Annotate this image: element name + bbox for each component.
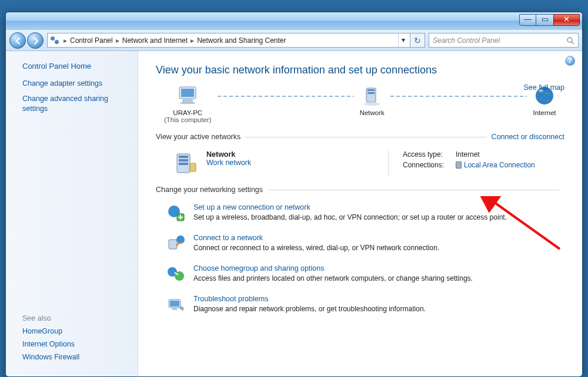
network-name: Network bbox=[206, 150, 251, 159]
connect-network-icon bbox=[166, 234, 185, 253]
chevron-right-icon: ▸ bbox=[114, 36, 121, 45]
refresh-icon: ↻ bbox=[414, 36, 421, 45]
close-button[interactable]: ✕ bbox=[553, 14, 580, 26]
setting-desc: Set up a wireless, broadband, dial-up, a… bbox=[193, 213, 507, 221]
connection-link[interactable]: Local Area Connection bbox=[464, 161, 535, 169]
setting-desc: Connect or reconnect to a wireless, wire… bbox=[193, 244, 439, 252]
back-button[interactable] bbox=[9, 32, 26, 49]
minimize-button[interactable]: — bbox=[519, 14, 536, 26]
title-bar: — ▭ ✕ bbox=[6, 12, 582, 30]
svg-rect-8 bbox=[368, 92, 375, 94]
network-category-icon bbox=[172, 150, 198, 176]
settings-list: Set up a new connection or network Set u… bbox=[156, 197, 564, 319]
setting-title: Set up a new connection or network bbox=[193, 203, 507, 211]
svg-rect-26 bbox=[172, 308, 177, 310]
setting-desc: Diagnose and repair network problems, or… bbox=[193, 305, 426, 313]
nav-arrows bbox=[9, 32, 44, 49]
svg-rect-20 bbox=[169, 240, 177, 249]
nav-bar: ▸ Control Panel ▸ Network and Internet ▸… bbox=[6, 30, 582, 51]
search-placeholder: Search Control Panel bbox=[433, 36, 500, 45]
address-dropdown[interactable]: ▾ bbox=[398, 33, 407, 47]
map-connector bbox=[218, 96, 354, 97]
svg-line-1 bbox=[572, 42, 574, 44]
maximize-button[interactable]: ▭ bbox=[536, 14, 553, 26]
address-bar[interactable]: ▸ Control Panel ▸ Network and Internet ▸… bbox=[47, 33, 410, 48]
active-networks-header: View your active networks Connect or dis… bbox=[156, 133, 564, 141]
setting-desc: Access files and printers located on oth… bbox=[193, 274, 473, 282]
search-input[interactable]: Search Control Panel bbox=[429, 33, 579, 48]
breadcrumb-item[interactable]: Control Panel bbox=[69, 36, 114, 45]
see-full-map-link[interactable]: See full map bbox=[524, 83, 564, 92]
map-connector bbox=[390, 96, 527, 97]
window-body: Control Panel Home Change adapter settin… bbox=[6, 51, 582, 376]
svg-rect-7 bbox=[368, 89, 375, 91]
network-map: See full map URAY-PC (This computer) bbox=[156, 85, 564, 123]
new-connection-icon bbox=[166, 203, 185, 222]
svg-rect-5 bbox=[181, 102, 195, 104]
svg-rect-15 bbox=[179, 163, 188, 165]
active-network-block: Network Work network Access type: Intern… bbox=[156, 141, 564, 182]
help-icon[interactable]: ? bbox=[565, 56, 575, 66]
sidebar-task-adapter-settings[interactable]: Change adapter settings bbox=[22, 79, 129, 88]
setting-title: Choose homegroup and sharing options bbox=[193, 264, 473, 272]
chevron-right-icon: ▸ bbox=[189, 36, 196, 45]
troubleshoot-icon bbox=[166, 295, 185, 314]
setting-new-connection[interactable]: Set up a new connection or network Set u… bbox=[156, 197, 564, 228]
homegroup-icon bbox=[166, 264, 185, 283]
map-internet-label: Internet bbox=[533, 109, 556, 116]
access-type-value: Internet bbox=[456, 150, 480, 159]
setting-title: Connect to a network bbox=[193, 234, 439, 242]
search-icon bbox=[566, 36, 574, 45]
connect-disconnect-link[interactable]: Connect or disconnect bbox=[492, 133, 564, 141]
breadcrumb-item[interactable]: Network and Internet bbox=[121, 36, 189, 45]
see-also-homegroup[interactable]: HomeGroup bbox=[22, 327, 79, 335]
window-controls: — ▭ ✕ bbox=[519, 14, 580, 26]
settings-header: Change your networking settings bbox=[156, 186, 564, 194]
setting-connect-network[interactable]: Connect to a network Connect or reconnec… bbox=[156, 228, 564, 258]
sidebar-task-advanced-sharing[interactable]: Change advanced sharing settings bbox=[22, 94, 129, 113]
refresh-button[interactable]: ↻ bbox=[410, 33, 425, 48]
svg-rect-4 bbox=[183, 100, 192, 102]
see-also-header: See also bbox=[22, 314, 79, 322]
control-panel-window: — ▭ ✕ ▸ Control Panel ▸ Network and Inte… bbox=[5, 12, 583, 377]
svg-rect-16 bbox=[190, 163, 196, 171]
network-type-link[interactable]: Work network bbox=[206, 159, 251, 167]
connections-label: Connections: bbox=[403, 161, 456, 169]
access-type-label: Access type: bbox=[403, 150, 456, 159]
network-center-icon bbox=[50, 36, 59, 45]
map-network-label: Network bbox=[360, 109, 385, 116]
active-networks-label: View your active networks bbox=[156, 133, 240, 141]
svg-rect-13 bbox=[179, 156, 188, 158]
chevron-right-icon: ▸ bbox=[62, 36, 69, 45]
svg-rect-14 bbox=[179, 159, 188, 161]
map-pc-sublabel: (This computer) bbox=[164, 116, 212, 123]
main-content: ? View your basic network information an… bbox=[138, 51, 582, 376]
breadcrumb-item[interactable]: Network and Sharing Center bbox=[196, 36, 287, 45]
map-node-network[interactable]: Network bbox=[360, 85, 385, 123]
svg-point-0 bbox=[567, 38, 572, 42]
nic-icon bbox=[456, 161, 462, 169]
map-pc-label: URAY-PC bbox=[164, 109, 212, 116]
forward-button[interactable] bbox=[27, 32, 44, 49]
setting-title: Troubleshoot problems bbox=[193, 295, 426, 303]
see-also-section: See also HomeGroup Internet Options Wind… bbox=[22, 314, 79, 366]
page-title: View your basic network information and … bbox=[156, 64, 564, 76]
see-also-windows-firewall[interactable]: Windows Firewall bbox=[22, 353, 79, 361]
map-node-this-pc[interactable]: URAY-PC (This computer) bbox=[164, 85, 212, 123]
see-also-internet-options[interactable]: Internet Options bbox=[22, 340, 79, 348]
svg-rect-3 bbox=[181, 89, 194, 97]
svg-rect-25 bbox=[170, 301, 179, 307]
settings-header-label: Change your networking settings bbox=[156, 186, 263, 194]
svg-point-9 bbox=[364, 102, 380, 106]
control-panel-home-link[interactable]: Control Panel Home bbox=[22, 62, 129, 70]
setting-troubleshoot[interactable]: Troubleshoot problems Diagnose and repai… bbox=[156, 289, 564, 319]
sidebar: Control Panel Home Change adapter settin… bbox=[6, 51, 138, 376]
setting-homegroup-sharing[interactable]: Choose homegroup and sharing options Acc… bbox=[156, 258, 564, 289]
